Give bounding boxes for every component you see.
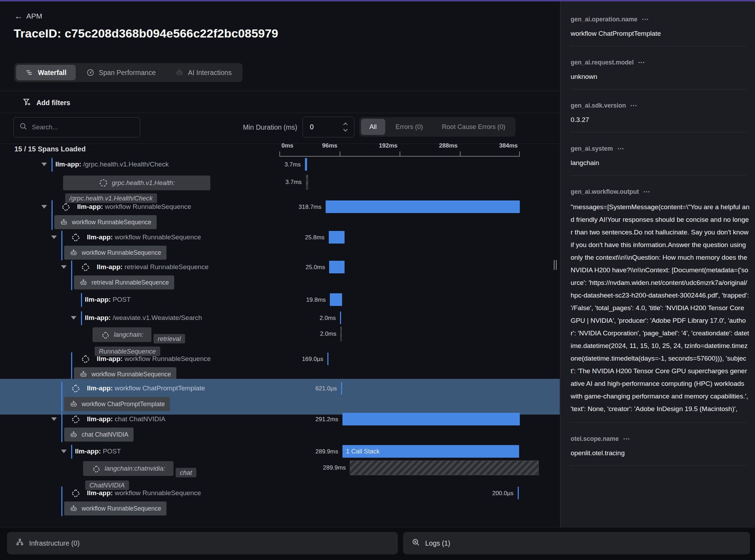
attribute-value: workflow ChatPromptTemplate bbox=[571, 28, 747, 39]
span-attributes-panel: gen_ai.operation.name•••workflow ChatPro… bbox=[560, 1, 755, 560]
logs-button[interactable]: Logs (1) bbox=[403, 532, 750, 554]
attribute-item: gen_ai.sdk.version•••0.3.27 bbox=[571, 102, 747, 132]
span-duration-bar[interactable] bbox=[329, 261, 344, 273]
attribute-key: gen_ai.workflow.output bbox=[571, 188, 639, 196]
span-duration-bar[interactable] bbox=[340, 327, 342, 341]
more-options-icon[interactable]: ••• bbox=[623, 436, 630, 442]
attribute-value: unknown bbox=[571, 71, 747, 82]
span-row-title[interactable]: llm-app: /weaviate.v1.Weaviate/Search bbox=[85, 314, 202, 322]
span-duration-label: 289.9ms bbox=[291, 464, 346, 471]
infrastructure-button[interactable]: Infrastructure (0) bbox=[7, 532, 398, 554]
attribute-value: openlit.otel.tracing bbox=[571, 448, 747, 458]
span-duration-bar[interactable] bbox=[329, 231, 345, 244]
tree-connector bbox=[61, 486, 62, 516]
divider bbox=[571, 46, 747, 46]
span-name-tooltip: grpc.health.v1.Health:/grpc.health.v1.He… bbox=[63, 176, 219, 205]
dashed-diamond-icon bbox=[101, 330, 110, 340]
more-options-icon[interactable]: ••• bbox=[644, 189, 651, 194]
span-duration-bar[interactable]: 1 Call Stack bbox=[342, 445, 519, 458]
bot-icon bbox=[69, 248, 78, 257]
bot-icon bbox=[69, 400, 78, 408]
dashed-diamond-icon bbox=[70, 383, 81, 394]
attribute-item: gen_ai.workflow.output•••"messages=[Syst… bbox=[571, 188, 747, 423]
span-row-title[interactable]: llm-app: /grpc.health.v1.Health/Check bbox=[55, 161, 169, 168]
chevron-down-icon[interactable] bbox=[41, 205, 47, 209]
span-row-title[interactable]: llm-app: workflow RunnableSequence bbox=[87, 233, 201, 241]
span-row-title[interactable]: llm-app: POST bbox=[85, 296, 131, 303]
more-options-icon[interactable]: ••• bbox=[631, 103, 638, 108]
infrastructure-label: Infrastructure (0) bbox=[29, 539, 80, 547]
tree-connector bbox=[81, 293, 82, 307]
attribute-key-row: gen_ai.workflow.output••• bbox=[571, 188, 747, 196]
span-duration-bar[interactable] bbox=[305, 158, 307, 171]
chevron-down-icon[interactable] bbox=[61, 450, 67, 453]
attribute-item: gen_ai.operation.name•••workflow ChatPro… bbox=[571, 16, 747, 46]
span-kind-badge: retrieval RunnableSequence bbox=[74, 275, 174, 289]
logs-search-icon bbox=[411, 538, 420, 548]
span-duration-label: 25.0ms bbox=[270, 264, 325, 271]
span-row-title[interactable]: llm-app: workflow ChatPromptTemplate bbox=[87, 384, 205, 392]
chevron-down-icon[interactable] bbox=[51, 417, 57, 421]
dashed-diamond-icon bbox=[70, 488, 81, 499]
span-row-title[interactable]: llm-app: workflow RunnableSequence bbox=[97, 355, 211, 363]
attribute-value: 0.3.27 bbox=[571, 115, 747, 125]
span-waterfall: llm-app: /grpc.health.v1.Health/Check3.7… bbox=[0, 1, 560, 527]
span-duration-bar[interactable] bbox=[326, 200, 520, 213]
divider bbox=[571, 132, 747, 132]
tree-connector bbox=[71, 352, 72, 382]
attribute-key-row: otel.scope.name••• bbox=[571, 435, 747, 443]
span-duration-bar[interactable] bbox=[350, 460, 538, 475]
span-row-title[interactable]: llm-app: workflow RunnableSequence bbox=[87, 489, 201, 497]
tree-connector bbox=[61, 412, 62, 442]
span-kind-badge: workflow RunnableSequence bbox=[64, 246, 166, 260]
attribute-value: "messages=[SystemMessage(content=\"You a… bbox=[571, 201, 750, 415]
span-duration-label: 289.9ms bbox=[284, 448, 338, 455]
more-options-icon[interactable]: ••• bbox=[638, 60, 645, 65]
span-row-title[interactable]: llm-app: POST bbox=[75, 448, 121, 455]
bot-icon bbox=[69, 430, 78, 439]
tree-connector bbox=[61, 382, 62, 412]
span-row-title[interactable]: llm-app: retrieval RunnableSequence bbox=[97, 263, 209, 271]
attribute-key-row: gen_ai.operation.name••• bbox=[571, 16, 747, 23]
span-duration-label: 169.0µs bbox=[268, 356, 323, 363]
tree-connector bbox=[52, 200, 53, 230]
bot-icon bbox=[60, 218, 68, 226]
span-row-title[interactable]: llm-app: workflow RunnableSequence bbox=[77, 203, 191, 211]
attribute-item: otel.scope.name•••openlit.otel.tracing bbox=[571, 435, 747, 466]
panel-resize-handle[interactable] bbox=[554, 260, 557, 270]
call-stack-badge[interactable]: 1 Call Stack bbox=[342, 445, 380, 458]
dashed-diamond-icon bbox=[91, 464, 101, 473]
more-options-icon[interactable]: ••• bbox=[618, 146, 625, 151]
span-kind-badge: workflow ChatPromptTemplate bbox=[64, 397, 170, 411]
tree-connector bbox=[81, 311, 82, 325]
chevron-down-icon[interactable] bbox=[41, 163, 47, 166]
span-kind-badge: workflow RunnableSequence bbox=[54, 215, 157, 229]
infrastructure-icon bbox=[15, 538, 24, 548]
span-duration-bar[interactable] bbox=[340, 312, 341, 324]
span-duration-bar[interactable] bbox=[341, 382, 342, 395]
span-duration-bar[interactable] bbox=[518, 487, 519, 499]
chevron-down-icon[interactable] bbox=[51, 235, 57, 239]
tree-connector bbox=[61, 231, 62, 260]
more-options-icon[interactable]: ••• bbox=[642, 17, 649, 22]
span-duration-bar[interactable] bbox=[306, 175, 308, 190]
tree-connector bbox=[71, 445, 72, 459]
span-duration-bar[interactable] bbox=[327, 353, 328, 365]
chevron-down-icon[interactable] bbox=[71, 316, 76, 320]
span-duration-bar[interactable] bbox=[330, 293, 342, 306]
span-row-title[interactable]: llm-app: chat ChatNVIDIA bbox=[87, 415, 165, 423]
span-duration-label: 2.0ms bbox=[281, 315, 336, 322]
span-duration-label: 2.0ms bbox=[281, 330, 336, 337]
span-name-tooltip: langchain:retrieval RunnableSequence bbox=[93, 327, 208, 358]
divider bbox=[571, 422, 747, 423]
tooltip-service-part: langchain: bbox=[93, 327, 151, 342]
span-duration-label: 200.0µs bbox=[459, 490, 513, 497]
attribute-item: gen_ai.request.model•••unknown bbox=[571, 59, 747, 89]
span-name-tooltip: langchain:chatnvidia:chat ChatNVIDIA bbox=[83, 461, 226, 492]
dashed-diamond-icon bbox=[60, 202, 72, 213]
logs-label: Logs (1) bbox=[425, 539, 450, 547]
span-duration-label: 621.0µs bbox=[282, 385, 337, 392]
span-kind-badge: chat ChatNVIDIA bbox=[64, 428, 134, 442]
span-duration-bar[interactable] bbox=[342, 413, 520, 425]
chevron-down-icon[interactable] bbox=[61, 265, 67, 269]
